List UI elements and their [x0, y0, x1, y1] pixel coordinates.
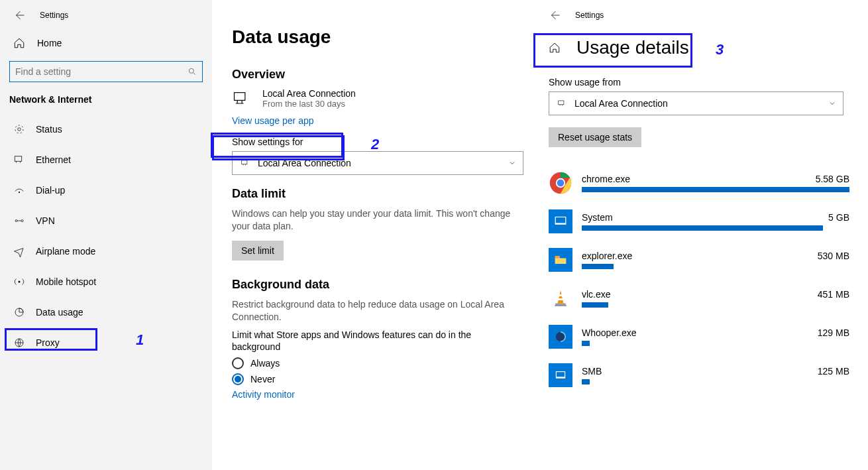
connection-name: Local Area Connection [262, 88, 356, 99]
background-limit-text: Limit what Store apps and Windows featur… [232, 329, 517, 354]
svg-rect-17 [556, 217, 565, 223]
vlc-icon [549, 286, 572, 310]
search-input-wrap[interactable] [9, 61, 203, 82]
home-label: Home [37, 38, 62, 48]
category-heading: Network & Internet [0, 94, 212, 114]
chevron-down-icon [828, 99, 836, 107]
svg-rect-10 [235, 93, 245, 101]
radio-label: Always [250, 358, 280, 369]
smb-icon [549, 363, 572, 387]
system-icon [549, 209, 572, 233]
activity-monitor-link[interactable]: Activity monitor [232, 389, 295, 400]
background-heading: Background data [232, 278, 517, 292]
app-list: chrome.exe5.58 GB System5 GB [549, 171, 849, 387]
sidebar-item-vpn[interactable]: VPN [0, 206, 212, 236]
app-row[interactable]: System5 GB [549, 209, 849, 233]
radio-icon [232, 373, 244, 385]
radio-never[interactable]: Never [232, 373, 517, 385]
header-title: Settings [575, 11, 604, 20]
annotation-number-2: 2 [371, 136, 379, 153]
svg-rect-18 [555, 256, 560, 259]
sidebar-item-label: Dial-up [36, 185, 65, 196]
annotation-number-1: 1 [136, 331, 144, 349]
connection-sub: From the last 30 days [262, 99, 356, 109]
svg-point-4 [19, 192, 20, 193]
radio-always[interactable]: Always [232, 357, 517, 369]
dialup-icon [13, 184, 28, 196]
svg-rect-19 [559, 294, 563, 296]
home-icon [13, 37, 25, 49]
sidebar-item-airplane[interactable]: Airplane mode [0, 236, 212, 266]
app-name: chrome.exe [582, 174, 630, 184]
annotation-box-3 [533, 33, 692, 68]
vpn-icon [13, 215, 28, 227]
ethernet-icon [232, 88, 256, 108]
svg-rect-11 [242, 160, 247, 164]
right-panel: Settings Usage details 3 Show usage from… [530, 0, 868, 470]
view-usage-link[interactable]: View usage per app [232, 115, 314, 126]
usage-bar [582, 225, 823, 231]
overview-heading: Overview [232, 68, 517, 82]
app-row[interactable]: Whooper.exe129 MB [549, 325, 849, 349]
app-row[interactable]: chrome.exe5.58 GB [549, 171, 849, 195]
search-input[interactable] [15, 66, 188, 77]
set-limit-button[interactable]: Set limit [232, 241, 284, 261]
app-name: explorer.exe [582, 251, 632, 261]
annotation-box-2b [211, 133, 343, 158]
svg-point-1 [18, 128, 21, 131]
ethernet-icon [556, 99, 568, 108]
sidebar-item-dialup[interactable]: Dial-up [0, 175, 212, 206]
sidebar-item-data-usage[interactable]: Data usage [0, 297, 212, 327]
app-row[interactable]: explorer.exe530 MB [549, 248, 849, 272]
search-icon [188, 67, 197, 76]
airplane-icon [13, 245, 28, 257]
svg-rect-12 [559, 101, 564, 105]
sidebar-item-ethernet[interactable]: Ethernet [0, 145, 212, 175]
sidebar-item-label: VPN [36, 215, 55, 226]
app-row[interactable]: vlc.exe451 MB [549, 286, 849, 310]
home-nav[interactable]: Home [0, 33, 212, 53]
back-arrow-icon[interactable] [13, 9, 25, 21]
ethernet-icon [13, 154, 28, 166]
app-row[interactable]: SMB125 MB [549, 363, 849, 387]
usage-bar [582, 264, 614, 269]
show-usage-label: Show usage from [549, 77, 849, 88]
sidebar-item-label: Status [36, 124, 62, 135]
app-usage: 451 MB [818, 289, 849, 300]
usage-bar [582, 302, 608, 308]
sidebar-item-label: Ethernet [36, 154, 71, 165]
svg-rect-23 [557, 372, 565, 377]
app-usage: 125 MB [818, 366, 849, 377]
header-title: Settings [40, 11, 68, 20]
whooper-icon [549, 325, 572, 349]
app-name: SMB [582, 366, 602, 377]
sidebar-item-label: Mobile hotspot [36, 276, 96, 287]
svg-rect-20 [558, 298, 563, 300]
explorer-icon [549, 248, 572, 272]
data-usage-icon [13, 306, 28, 318]
page-title: Data usage [232, 27, 517, 48]
usage-bar [582, 341, 590, 346]
back-arrow-icon[interactable] [549, 9, 561, 21]
app-usage: 5 GB [828, 212, 849, 223]
annotation-box-1 [5, 328, 97, 351]
reset-usage-button[interactable]: Reset usage stats [549, 127, 641, 147]
svg-point-5 [15, 220, 17, 222]
data-limit-heading: Data limit [232, 187, 517, 201]
hotspot-icon [13, 276, 28, 288]
chrome-icon [549, 171, 572, 195]
radio-icon [232, 357, 244, 369]
show-usage-dropdown[interactable]: Local Area Connection [549, 91, 843, 115]
chevron-down-icon [508, 159, 516, 167]
app-usage: 5.58 GB [816, 174, 849, 184]
sidebar: Settings Home Network & Internet Status … [0, 0, 212, 470]
sidebar-item-hotspot[interactable]: Mobile hotspot [0, 266, 212, 297]
svg-point-15 [557, 180, 565, 187]
background-desc: Restrict background data to help reduce … [232, 298, 517, 323]
usage-bar [582, 379, 590, 384]
sidebar-item-status[interactable]: Status [0, 114, 212, 145]
app-usage: 530 MB [818, 251, 849, 261]
main-panel: Data usage Overview Local Area Connectio… [212, 0, 530, 470]
svg-point-7 [19, 281, 21, 283]
svg-point-2 [15, 125, 23, 133]
